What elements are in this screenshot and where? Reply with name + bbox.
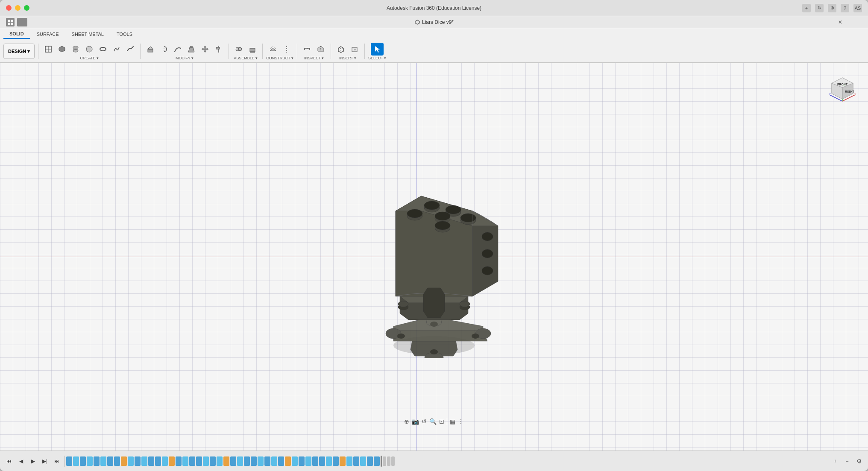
offset-plane-btn[interactable] xyxy=(267,43,279,56)
timeline-item[interactable] xyxy=(333,456,339,466)
tab-sheetmetal[interactable]: SHEET METAL xyxy=(66,30,110,38)
sweep-btn[interactable] xyxy=(171,43,184,56)
settings-btn[interactable]: ⚙ xyxy=(853,456,865,467)
timeline-item[interactable] xyxy=(128,456,134,466)
timeline-item[interactable] xyxy=(203,456,209,466)
tab-surface[interactable]: SURFACE xyxy=(31,30,65,38)
timeline-item[interactable] xyxy=(374,456,380,466)
inspect-label[interactable]: INSPECT ▾ xyxy=(304,56,324,60)
timeline-item[interactable] xyxy=(237,456,243,466)
camera-btn[interactable]: 📷 xyxy=(412,418,419,425)
timeline-item[interactable] xyxy=(305,456,311,466)
viewport[interactable]: ⊕ 📷 ↺ 🔍 ⊡ ▦ ⋮ FRONT RIGHT xyxy=(0,63,868,451)
measure-btn[interactable] xyxy=(301,43,314,56)
timeline-item[interactable] xyxy=(162,456,168,466)
timeline-item[interactable] xyxy=(141,456,147,466)
orbit-btn[interactable]: ↺ xyxy=(422,418,427,425)
timeline-item[interactable] xyxy=(367,456,373,466)
timeline-item[interactable] xyxy=(87,456,93,466)
timeline-item[interactable] xyxy=(169,456,175,466)
minimize-button[interactable] xyxy=(15,5,21,11)
timeline-item[interactable] xyxy=(264,456,270,466)
timeline-item[interactable] xyxy=(114,456,120,466)
timeline-item[interactable] xyxy=(230,456,236,466)
align-btn[interactable] xyxy=(212,43,225,56)
insert-decal-btn[interactable] xyxy=(348,43,361,56)
new-component-btn[interactable] xyxy=(42,43,55,56)
timeline-item[interactable] xyxy=(121,456,127,466)
loft-btn[interactable] xyxy=(185,43,198,56)
timeline-item[interactable] xyxy=(196,456,202,466)
skip-fwd-btn[interactable]: ⏭ xyxy=(51,456,62,467)
revolve-btn[interactable] xyxy=(158,43,170,56)
timeline-item[interactable] xyxy=(80,456,86,466)
fit-btn[interactable]: ⊡ xyxy=(439,418,444,425)
section-analysis-btn[interactable] xyxy=(314,43,327,56)
create-label[interactable]: CREATE ▾ xyxy=(80,56,99,60)
torus-btn[interactable] xyxy=(97,43,109,56)
move-btn[interactable] xyxy=(199,43,211,56)
insert-label[interactable]: INSERT ▾ xyxy=(339,56,356,60)
tab-tools[interactable]: TOOLS xyxy=(111,30,138,38)
timeline-item[interactable] xyxy=(73,456,79,466)
help-button[interactable]: ? xyxy=(841,4,849,12)
minus-btn[interactable]: − xyxy=(842,456,853,467)
construct-label[interactable]: CONSTRUCT ▾ xyxy=(266,56,293,60)
skip-back-btn[interactable]: ⏮ xyxy=(3,456,15,467)
timeline-item-future[interactable] xyxy=(387,456,390,466)
timeline-item-future[interactable] xyxy=(391,456,395,466)
snap-btn[interactable]: ⊕ xyxy=(404,418,409,425)
grid-icon[interactable] xyxy=(6,18,15,26)
coil-btn[interactable] xyxy=(110,43,123,56)
timeline-item[interactable] xyxy=(223,456,229,466)
timeline-item[interactable] xyxy=(66,456,72,466)
timeline-item[interactable] xyxy=(292,456,298,466)
timeline-item[interactable] xyxy=(189,456,195,466)
assemble-label[interactable]: ASSEMBLE ▾ xyxy=(234,56,258,60)
timeline-item[interactable] xyxy=(155,456,161,466)
insert-mesh-btn[interactable] xyxy=(334,43,347,56)
timeline-item[interactable] xyxy=(182,456,188,466)
pipe-btn[interactable] xyxy=(124,43,137,56)
plus-btn[interactable]: + xyxy=(830,456,841,467)
sphere-btn[interactable] xyxy=(83,43,96,56)
user-button[interactable]: AS xyxy=(853,4,862,12)
timeline-item[interactable] xyxy=(258,456,264,466)
select-label[interactable]: SELECT ▾ xyxy=(368,56,386,60)
ground-btn[interactable] xyxy=(246,43,259,56)
modify-label[interactable]: MODIFY ▾ xyxy=(176,56,194,60)
timeline-item[interactable] xyxy=(326,456,332,466)
box-btn[interactable] xyxy=(56,43,68,56)
timeline-item[interactable] xyxy=(346,456,352,466)
view-cube[interactable]: FRONT RIGHT Y X Z xyxy=(825,71,859,105)
new-tab-button[interactable]: + xyxy=(802,4,811,12)
timeline-item-future[interactable] xyxy=(383,456,386,466)
timeline-item[interactable] xyxy=(176,456,182,466)
timeline-item[interactable] xyxy=(319,456,325,466)
display-btn[interactable]: ▦ xyxy=(450,418,455,425)
timeline-item[interactable] xyxy=(107,456,113,466)
timeline-item[interactable] xyxy=(299,456,305,466)
timeline-item[interactable] xyxy=(148,456,154,466)
axis-btn[interactable] xyxy=(280,43,293,56)
step-fwd-btn[interactable]: ▶| xyxy=(39,456,50,467)
play-btn[interactable]: ▶ xyxy=(27,456,38,467)
timeline-item[interactable] xyxy=(340,456,346,466)
timeline-item[interactable] xyxy=(360,456,366,466)
design-dropdown[interactable]: DESIGN ▾ xyxy=(3,44,35,59)
tab-solid[interactable]: SOLID xyxy=(3,29,30,39)
grid-toggle-btn[interactable]: ⋮ xyxy=(458,418,464,425)
extrude-btn[interactable] xyxy=(144,43,157,56)
joint-btn[interactable] xyxy=(232,43,245,56)
zoom-btn[interactable]: 🔍 xyxy=(429,418,437,425)
close-tab-button[interactable]: ✕ xyxy=(838,19,842,25)
timeline-item[interactable] xyxy=(210,456,216,466)
timeline-item[interactable] xyxy=(271,456,277,466)
timeline-item[interactable] xyxy=(94,456,100,466)
step-back-btn[interactable]: ◀ xyxy=(15,456,26,467)
timeline-item[interactable] xyxy=(312,456,318,466)
timeline-item[interactable] xyxy=(244,456,250,466)
timeline-item[interactable] xyxy=(285,456,291,466)
close-button[interactable] xyxy=(6,5,12,11)
cylinder-btn[interactable] xyxy=(69,43,82,56)
